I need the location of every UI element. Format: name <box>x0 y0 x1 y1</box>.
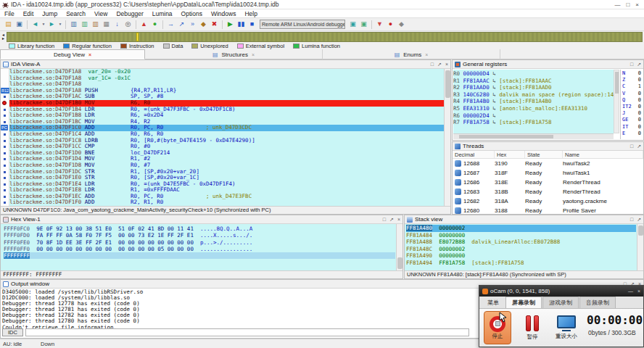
problems-icon[interactable]: ▲ <box>139 20 149 29</box>
flag-row-e[interactable]: E0 <box>622 130 641 137</box>
hex-row[interactable]: FFFF0FD0 FA FF FF 0A 58 F0 7F F5 00 00 7… <box>4 232 395 239</box>
flag-row-n[interactable]: N0 <box>622 70 641 77</box>
hex-row[interactable]: FFFF0FE0 70 8F 1D EE 3E FF 2F E1 00 00 0… <box>4 239 395 246</box>
back-dropdown-icon[interactable]: ▼ <box>41 20 46 29</box>
threads-column-headers[interactable]: DecimalHexStateName <box>453 151 643 159</box>
ocam-pause-button[interactable]: 暂停 <box>520 311 545 344</box>
flag-row-q[interactable]: Q0 <box>622 97 641 104</box>
minimize-icon[interactable]: — <box>614 1 620 8</box>
navband-strip[interactable] <box>7 32 643 42</box>
stack-row[interactable]: FF81A480 00000002 <box>406 225 636 232</box>
threads-column-state[interactable]: State <box>525 151 563 158</box>
pane-restore-icon[interactable]: □ <box>383 215 386 224</box>
open-file-icon[interactable]: ▤ <box>4 20 13 29</box>
cpu-flags-panel[interactable]: N0Z0C1V0Q0IT20J0GE0IT0E0 <box>620 70 643 139</box>
hex-row[interactable]: FFFF0FF0 00 00 00 00 00 00 00 00 00 00 0… <box>4 246 395 252</box>
menu-edit[interactable]: Edit <box>19 10 38 17</box>
flag-row-it[interactable]: IT0 <box>622 124 641 130</box>
copy-data-icon[interactable]: ▥ <box>69 20 78 29</box>
tab-debug-view[interactable]: Debug View× <box>0 49 145 59</box>
threads-column-decimal[interactable]: Decimal <box>453 151 495 158</box>
hex-scrollbar[interactable] <box>396 224 402 270</box>
thread-row[interactable]: 12683318BReadyRenderThread <box>453 187 643 196</box>
pane-float-icon[interactable]: ↗ <box>637 142 641 151</box>
flag-row-it2[interactable]: IT20 <box>622 104 641 110</box>
hex-view-header[interactable]: Hex View-1 □ ↗ × <box>1 215 402 224</box>
watches-icon[interactable]: ◆ <box>397 20 406 29</box>
pane-close-icon[interactable]: × <box>397 215 400 224</box>
registers-header[interactable]: General registers □ ↗ <box>453 60 643 69</box>
menu-file[interactable]: File <box>0 10 19 17</box>
breakpoints-icon[interactable]: ● <box>386 20 395 29</box>
disassembly-scrollbar[interactable] <box>444 69 450 206</box>
lumina-icon[interactable]: ● <box>150 20 160 29</box>
forward-icon[interactable]: ► <box>47 20 57 29</box>
menu-search[interactable]: Search <box>62 10 90 17</box>
titlebar[interactable]: IDA - ida10024.tmp.idb (app_process32) C… <box>0 0 644 9</box>
copy-all-icon[interactable]: ▥ <box>91 20 100 29</box>
registers-hscrollbar[interactable] <box>453 133 614 139</box>
register-row-r1[interactable]: R1 FF81AAAC ↳ [stack]:FF81AAAC <box>453 78 614 85</box>
flag-row-j[interactable]: J0 <box>622 110 641 117</box>
pane-restore-icon[interactable]: □ <box>630 142 633 151</box>
idc-command-input[interactable] <box>25 328 469 336</box>
menu-debugger[interactable]: Debugger <box>112 10 147 17</box>
back-icon[interactable]: ◄ <box>30 20 40 29</box>
debugger-selector-dropdown[interactable]: Remote ARM Linux/Android debugger▼ <box>260 20 345 29</box>
flag-row-z[interactable]: Z0 <box>622 77 641 83</box>
ida-view-header[interactable]: IDA View-A □ ↗ × <box>1 60 450 69</box>
register-row-r7[interactable]: R7 FF81A758 ↳ [stack]:FF81A758 <box>453 119 614 126</box>
attach-process-icon[interactable]: ▣ <box>348 20 358 29</box>
forward-dropdown-icon[interactable]: ▼ <box>58 20 62 29</box>
flag-row-c[interactable]: C1 <box>622 83 641 90</box>
threads-column-hex[interactable]: Hex <box>495 151 525 158</box>
navband-scroll-arrows[interactable]: ◄► <box>0 31 7 43</box>
flag-row-v[interactable]: V0 <box>622 91 641 97</box>
registers-list[interactable]: R0 000000D4 ↳ R1 FF81AAAC ↳ [stack]:FF81… <box>453 70 614 133</box>
register-row-r4[interactable]: R4 FF81A4B0 ↳ [stack]:FF81A4B0 <box>453 98 614 105</box>
thread-row[interactable]: 12682318AReadyyaotong.crackme <box>453 196 643 206</box>
flag-row-ge[interactable]: GE0 <box>622 117 641 123</box>
stack-row[interactable]: FF81A488 E8072B88 dalvik_LinearAlloc:E80… <box>406 239 636 246</box>
detach-process-icon[interactable]: ▣ <box>359 20 368 29</box>
pane-float-icon[interactable]: ↗ <box>437 60 442 69</box>
save-icon[interactable]: ▣ <box>15 20 24 29</box>
register-row-r3[interactable]: R3 140C6280 ↳ dalvik main space (region … <box>453 91 614 99</box>
idc-language-button[interactable]: IDC <box>2 328 23 336</box>
disassembly-line[interactable]: libcrackme.so:D47DF1F0 ADD R2, R1, R0 <box>1 199 450 206</box>
run-until-return-icon[interactable]: » <box>188 20 197 29</box>
stack-row[interactable]: FF81A484 00000000 <box>406 232 636 239</box>
menu-help[interactable]: Help <box>240 10 261 17</box>
stack-row[interactable]: FF81A490 00000000 <box>406 252 636 260</box>
menu-lumina[interactable]: Lumina <box>148 10 177 17</box>
pane-restore-icon[interactable]: □ <box>630 60 633 69</box>
menu-jump[interactable]: Jump <box>38 10 62 17</box>
ocam-tab-other[interactable]: 游戏录制 <box>542 297 579 308</box>
threads-column-name[interactable]: Name <box>563 151 643 158</box>
ocam-tab-screen-record[interactable]: 屏幕录制 <box>505 297 542 308</box>
thread-row[interactable]: 126883190ReadyhwuiTask2 <box>453 159 643 168</box>
continue-process-icon[interactable]: ▶ <box>226 20 235 29</box>
hex-row[interactable]: FFFFFFFF <box>4 252 395 259</box>
cancel-icon[interactable]: ✖ <box>210 20 219 29</box>
step-over-icon[interactable]: ↗ <box>177 20 186 29</box>
stop-process-icon[interactable]: ■ <box>247 20 257 29</box>
search-icon[interactable]: ◎ <box>123 20 133 29</box>
stack-row[interactable]: FF81A494 FF81A758 [stack]:FF81A758 <box>406 260 636 267</box>
ocam-tab-other[interactable]: 音频录制 <box>579 297 616 308</box>
thread-row[interactable]: 12687318FReadyhwuiTask1 <box>453 168 643 178</box>
stack-scrollbar[interactable] <box>637 224 643 270</box>
ocam-menu-button[interactable]: 菜单 <box>482 297 505 308</box>
step-into-icon[interactable]: → <box>166 20 176 29</box>
tab-enums[interactable]: ▤Enums× <box>323 49 500 59</box>
register-row-r0[interactable]: R0 000000D4 ↳ <box>453 70 614 78</box>
ocam-minimize-icon[interactable]: — <box>628 289 633 294</box>
stack-list[interactable]: FF81A480 00000002 FF81A484 00000000 FF81… <box>406 225 636 270</box>
stack-row[interactable]: FF81A48C 00000002 <box>406 246 636 253</box>
menu-windows[interactable]: Windows <box>207 10 240 17</box>
ocam-close-icon[interactable]: × <box>637 289 640 294</box>
tab-structures[interactable]: ▤Structures× <box>145 49 323 59</box>
stack-view-header[interactable]: Stack view □ ↗ <box>405 215 643 224</box>
menu-options[interactable]: Options <box>177 10 207 17</box>
hex-row[interactable]: FFFF0FC0 9E 0F 92 13 00 38 51 E0 51 0F 0… <box>4 225 395 232</box>
